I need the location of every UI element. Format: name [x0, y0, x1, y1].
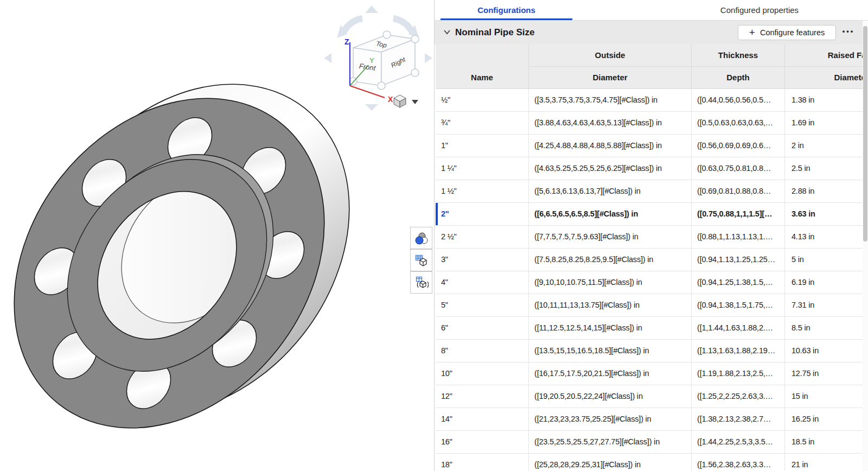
row-name-cell: 3": [436, 249, 529, 271]
row-raised-face-diameter-cell: 7.31 in: [785, 294, 868, 317]
row-thickness-depth-cell: ([0.88,1,1.13,1.13,1.…: [692, 226, 785, 249]
row-raised-face-diameter-cell: 16.25 in: [785, 408, 868, 431]
row-name-cell: 4": [436, 271, 529, 294]
ellipsis-menu-icon[interactable]: •••: [839, 27, 858, 38]
row-outside-diameter-cell: ([9,10,10,10.75,11.5][#Class]) in: [529, 271, 692, 294]
row-raised-face-diameter-cell: 6.19 in: [785, 271, 868, 294]
table-row[interactable]: 14" ([21,23,23,23.75,25.25][#Class]) in …: [436, 408, 868, 431]
table-row[interactable]: 5" ([10,11,11,13,13.75][#Class]) in ([0.…: [436, 294, 868, 317]
row-raised-face-diameter-cell: 1.38 in: [785, 89, 868, 112]
table-row[interactable]: 18" ([25,28,28,29.25,31][#Class]) in ([1…: [436, 454, 868, 471]
table-row[interactable]: 3" ([7.5,8.25,8.25,8.25,9.5][#Class]) in…: [436, 249, 868, 271]
configure-features-button[interactable]: + Configure features: [738, 25, 836, 40]
table-row[interactable]: 1" ([4.25,4.88,4.88,4.88,5.88][#Class]) …: [436, 135, 868, 157]
header-diameter: Diameter: [529, 67, 692, 89]
configure-features-label: Configure features: [760, 28, 825, 37]
viewport-3d[interactable]: Z X Y Top Front Right: [0, 0, 434, 471]
row-thickness-depth-cell: ([1.44,2.25,2.5,3,3.5…: [692, 431, 785, 454]
row-name-cell: 2": [436, 203, 529, 226]
header-outside: Outside: [529, 44, 692, 67]
plus-icon: +: [749, 27, 755, 37]
view-cube-corner[interactable]: [411, 69, 419, 77]
view-cube-corner[interactable]: [383, 31, 391, 39]
row-thickness-depth-cell: ([1.38,2.13,2.38,2.7…: [692, 408, 785, 431]
row-outside-diameter-cell: ([6,6.5,6.5,6.5,8.5][#Class]) in: [529, 203, 692, 226]
configuration-table-icon: [414, 253, 429, 268]
table-row[interactable]: 16" ([23.5,25.5,25.5,27,27.75][#Class]) …: [436, 431, 868, 454]
row-name-cell: 1": [436, 135, 529, 157]
row-outside-diameter-cell: ([5,6.13,6.13,6.13,7][#Class]) in: [529, 180, 692, 203]
view-cube[interactable]: Z X Y Top Front Right: [312, 0, 437, 115]
row-thickness-depth-cell: ([0.56,0.69,0.69,0.6…: [692, 135, 785, 157]
row-thickness-depth-cell: ([0.44,0.56,0.56,0.5…: [692, 89, 785, 112]
table-row[interactable]: 6" ([11,12.5,12.5,14,15][#Class]) in ([1…: [436, 317, 868, 340]
configured-features-panel-button[interactable]: [410, 271, 432, 294]
table-row[interactable]: 2" ([6,6.5,6.5,6.5,8.5][#Class]) in ([0.…: [436, 203, 868, 226]
header-thickness: Thickness: [692, 44, 785, 67]
row-outside-diameter-cell: ([7.5,8.25,8.25,8.25,9.5][#Class]) in: [529, 249, 692, 271]
active-tab-underline: [441, 18, 572, 20]
tab-configured-properties[interactable]: Configured properties: [705, 0, 814, 20]
table-row[interactable]: 12" ([19,20.5,20.5,22,24][#Class]) in ([…: [436, 385, 868, 408]
row-name-cell: 5": [436, 294, 529, 317]
header-name: Name: [436, 67, 529, 89]
row-outside-diameter-cell: ([4.63,5.25,5.25,5.25,6.25][#Class]) in: [529, 157, 692, 180]
row-raised-face-diameter-cell: 18.5 in: [785, 431, 868, 454]
row-name-cell: 14": [436, 408, 529, 431]
row-raised-face-diameter-cell: 4.13 in: [785, 226, 868, 249]
table-row[interactable]: 10" ([16,17.5,17.5,20,21.5][#Class]) in …: [436, 362, 868, 385]
row-name-cell: ½": [436, 89, 529, 112]
chevron-down-icon[interactable]: [443, 29, 451, 35]
row-thickness-depth-cell: ([0.69,0.81,0.88,0.8…: [692, 180, 785, 203]
row-outside-diameter-cell: ([16,17.5,17.5,20,21.5][#Class]) in: [529, 362, 692, 385]
view-orientation-menu[interactable]: [394, 95, 418, 107]
row-thickness-depth-cell: ([1.13,1.63,1.88,2.19…: [692, 340, 785, 362]
view-cube-corner[interactable]: [411, 35, 419, 43]
table-row[interactable]: ½" ([3.5,3.75,3.75,3.75,4.75][#Class]) i…: [436, 89, 868, 112]
table-row[interactable]: 1 ½" ([5,6.13,6.13,6.13,7][#Class]) in (…: [436, 180, 868, 203]
row-thickness-depth-cell: ([0.94,1.13,1.25,1.25…: [692, 249, 785, 271]
table-row[interactable]: 2 ½" ([7,7.5,7.5,7.5,9.63][#Class]) in (…: [436, 226, 868, 249]
row-outside-diameter-cell: ([23.5,25.5,25.5,27,27.75][#Class]) in: [529, 431, 692, 454]
section-header: Nominal Pipe Size + Configure features •…: [435, 21, 868, 44]
rotate-up-arrow: [365, 5, 378, 13]
row-thickness-depth-cell: ([1.56,2.38,2.63,3.3…: [692, 454, 785, 471]
header-blank-cell: [436, 44, 529, 67]
panel-scrollbar[interactable]: [863, 21, 868, 471]
table-row[interactable]: 1 ¼" ([4.63,5.25,5.25,5.25,6.25][#Class]…: [436, 157, 868, 180]
row-name-cell: 12": [436, 385, 529, 408]
row-outside-diameter-cell: ([19,20.5,20.5,22,24][#Class]) in: [529, 385, 692, 408]
row-raised-face-diameter-cell: 2.5 in: [785, 157, 868, 180]
row-name-cell: 6": [436, 317, 529, 340]
configured-features-icon: [414, 276, 429, 290]
appearance-icon: [414, 231, 429, 245]
view-cube-corner[interactable]: [378, 82, 385, 90]
caret-down-icon: [412, 100, 418, 104]
header-raised-face: Raised Face: [785, 44, 868, 67]
table-row[interactable]: 8" ([13.5,15,15,16.5,18.5][#Class]) in (…: [436, 340, 868, 362]
row-outside-diameter-cell: ([3.88,4.63,4.63,4.63,5.13][#Class]) in: [529, 112, 692, 135]
row-raised-face-diameter-cell: 15 in: [785, 385, 868, 408]
row-outside-diameter-cell: ([25,28,28,29.25,31][#Class]) in: [529, 454, 692, 471]
row-name-cell: 18": [436, 454, 529, 471]
row-outside-diameter-cell: ([3.5,3.75,3.75,3.75,4.75][#Class]) in: [529, 89, 692, 112]
rotate-left-arrow: [324, 53, 331, 63]
row-outside-diameter-cell: ([11,12.5,12.5,14,15][#Class]) in: [529, 317, 692, 340]
row-name-cell: 8": [436, 340, 529, 362]
row-thickness-depth-cell: ([0.94,1.25,1.38,1.5,…: [692, 271, 785, 294]
header-raised-diameter: Diameter: [785, 67, 868, 89]
tab-configurations[interactable]: Configurations: [441, 0, 572, 20]
row-name-cell: 1 ¼": [436, 157, 529, 180]
row-raised-face-diameter-cell: 10.63 in: [785, 340, 868, 362]
table-row[interactable]: 4" ([9,10,10,10.75,11.5][#Class]) in ([0…: [436, 271, 868, 294]
table-row[interactable]: ¾" ([3.88,4.63,4.63,4.63,5.13][#Class]) …: [436, 112, 868, 135]
row-name-cell: 2 ½": [436, 226, 529, 249]
row-name-cell: 1 ½": [436, 180, 529, 203]
panel-tab-bar: Configurations Configured properties: [435, 0, 868, 21]
scrollbar-thumb[interactable]: [863, 26, 867, 241]
row-raised-face-diameter-cell: 2 in: [785, 135, 868, 157]
configuration-panel-button[interactable]: [410, 249, 432, 271]
row-outside-diameter-cell: ([21,23,23,23.75,25.25][#Class]) in: [529, 408, 692, 431]
header-depth: Depth: [692, 67, 785, 89]
appearance-panel-button[interactable]: [410, 227, 432, 249]
